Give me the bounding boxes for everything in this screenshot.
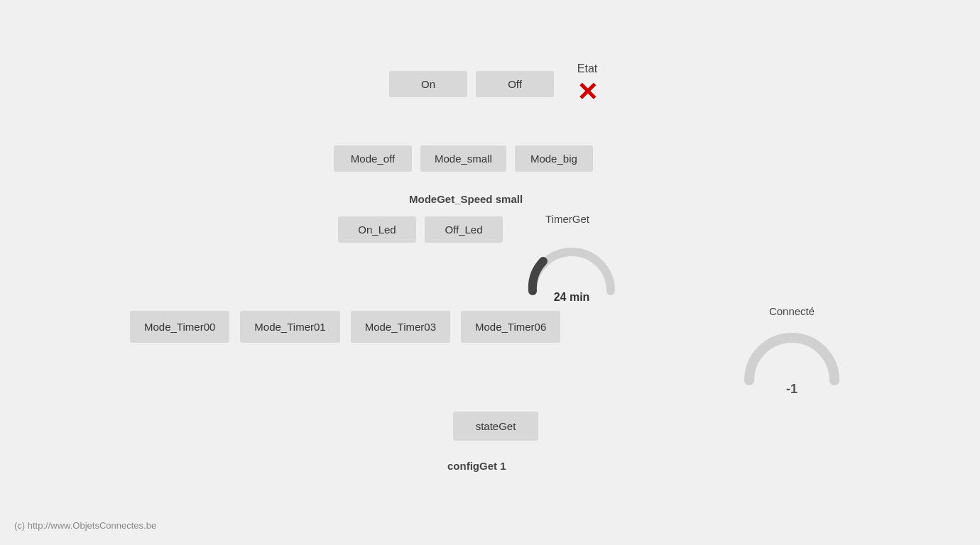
off-button[interactable]: Off <box>476 71 554 97</box>
top-row: On Off Etat ✕ <box>389 62 598 105</box>
timer-gauge-svg <box>522 234 621 298</box>
mode-row: Mode_off Mode_small Mode_big <box>334 145 593 172</box>
connecte-container: Connecté -1 <box>739 305 845 397</box>
led-row: On_Led Off_Led <box>338 216 503 243</box>
mode-off-button[interactable]: Mode_off <box>334 145 412 172</box>
on-led-button[interactable]: On_Led <box>338 216 416 243</box>
off-led-button[interactable]: Off_Led <box>425 216 503 243</box>
mode-small-button[interactable]: Mode_small <box>420 145 506 172</box>
modeget-label: ModeGet_Speed small <box>409 193 523 205</box>
connecte-gauge-svg <box>739 320 845 387</box>
stateget-button[interactable]: stateGet <box>453 412 538 441</box>
mode-timer01-button[interactable]: Mode_Timer01 <box>240 311 339 343</box>
timer-gauge-value: 24 min <box>554 291 590 304</box>
etat-section: Etat ✕ <box>577 62 598 105</box>
connecte-label: Connecté <box>769 305 815 317</box>
configget-label: configGet 1 <box>447 460 506 472</box>
mode-timer03-button[interactable]: Mode_Timer03 <box>351 311 450 343</box>
mode-timer00-button[interactable]: Mode_Timer00 <box>130 311 229 343</box>
timer-row: Mode_Timer00 Mode_Timer01 Mode_Timer03 M… <box>130 311 560 343</box>
main-container: On Off Etat ✕ Mode_off Mode_small Mode_b… <box>0 0 980 545</box>
mode-big-button[interactable]: Mode_big <box>515 145 593 172</box>
connecte-value: -1 <box>786 382 797 397</box>
etat-label: Etat <box>577 62 597 75</box>
x-icon: ✕ <box>577 79 598 105</box>
footer: (c) http://www.ObjetsConnectes.be <box>14 520 156 531</box>
timerget-label: TimerGet <box>545 213 589 225</box>
on-button[interactable]: On <box>389 71 467 97</box>
mode-timer06-button[interactable]: Mode_Timer06 <box>461 311 560 343</box>
stateget-btn-container: stateGet <box>453 412 538 441</box>
timer-gauge-container: 24 min <box>522 234 621 304</box>
